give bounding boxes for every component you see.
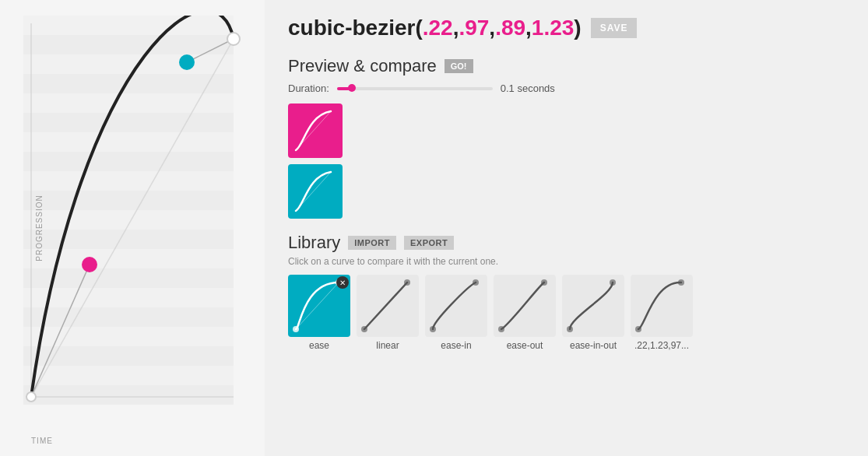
close-ease-button[interactable]: ✕ [336, 276, 349, 289]
save-button[interactable]: SAVE [591, 18, 638, 38]
bezier-curve-canvas[interactable] [23, 16, 249, 420]
preview-boxes [288, 103, 845, 219]
header: cubic-bezier(.22,.97,.89,1.23) SAVE [288, 16, 845, 40]
go-button[interactable]: GO! [445, 59, 473, 73]
formula-display: cubic-bezier(.22,.97,.89,1.23) [288, 16, 582, 40]
svg-point-17 [610, 279, 616, 286]
svg-point-20 [635, 326, 641, 332]
bezier-editor-panel: PROGRESSION TIME [0, 0, 265, 456]
svg-line-10 [364, 282, 407, 329]
curve-item-linear[interactable]: linear [357, 275, 419, 351]
slider-thumb[interactable] [348, 84, 356, 92]
curve-label-ease-in-out: ease-in-out [570, 340, 617, 351]
x-axis-label: TIME [31, 437, 53, 445]
preview-box-pink [288, 103, 343, 158]
svg-point-9 [293, 326, 299, 332]
curve-thumb-ease-out[interactable] [494, 275, 556, 337]
right-panel: cubic-bezier(.22,.97,.89,1.23) SAVE Prev… [265, 0, 868, 456]
duration-slider[interactable] [337, 86, 493, 91]
formula-comma3: , [525, 16, 532, 40]
svg-line-5 [296, 111, 331, 150]
svg-line-3 [31, 265, 90, 397]
library-hint: Click on a curve to compare it with the … [288, 256, 845, 267]
control-point-1[interactable] [82, 257, 97, 272]
formula-comma2: , [489, 16, 495, 40]
curve-thumb-linear[interactable] [357, 275, 419, 337]
duration-row: Duration: 0.1 seconds [288, 82, 845, 94]
duration-label: Duration: [288, 82, 329, 94]
formula-p4: 1.23 [532, 16, 575, 40]
library-title-text: Library [288, 233, 340, 253]
svg-point-19 [678, 279, 684, 286]
curve-label-ease-out: ease-out [507, 340, 543, 351]
slider-track [337, 87, 493, 90]
curve-item-custom[interactable]: .22,1.23,97... [631, 275, 693, 351]
curve-item-ease-out[interactable]: ease-out [494, 275, 556, 351]
curve-label-ease-in: ease-in [441, 340, 471, 351]
curve-label-ease: ease [309, 340, 329, 351]
curve-item-ease[interactable]: ✕ ease [288, 275, 350, 351]
svg-point-12 [361, 326, 367, 332]
curve-thumb-ease-in-out[interactable] [562, 275, 624, 337]
curve-label-linear: linear [376, 340, 399, 351]
end-point[interactable] [227, 33, 240, 45]
library-section-title: Library IMPORT EXPORT [288, 233, 845, 253]
svg-point-13 [473, 279, 479, 286]
preview-title-text: Preview & compare [288, 56, 437, 76]
control-point-2[interactable] [179, 54, 195, 70]
svg-point-11 [404, 279, 410, 286]
svg-point-14 [430, 326, 436, 332]
library-curves: ✕ ease linear [288, 275, 845, 351]
svg-point-18 [567, 326, 573, 332]
curve-thumb-ease[interactable]: ✕ [288, 275, 350, 337]
curve-item-ease-in[interactable]: ease-in [425, 275, 487, 351]
preview-box-teal [288, 164, 343, 219]
curve-thumb-custom[interactable] [631, 275, 693, 337]
export-button[interactable]: EXPORT [404, 236, 454, 250]
svg-line-6 [296, 172, 331, 211]
formula-prefix: cubic-bezier( [288, 16, 423, 40]
formula-p2: .97 [459, 16, 489, 40]
curve-thumb-ease-in[interactable] [425, 275, 487, 337]
curve-label-custom: .22,1.23,97... [634, 340, 689, 351]
svg-point-16 [498, 326, 504, 332]
duration-value: 0.1 seconds [501, 82, 555, 94]
svg-line-2 [31, 39, 234, 397]
formula-p3: .89 [495, 16, 525, 40]
start-point [26, 392, 36, 402]
formula-p1: .22 [423, 16, 453, 40]
svg-point-15 [541, 279, 547, 286]
import-button[interactable]: IMPORT [348, 236, 396, 250]
preview-section-title: Preview & compare GO! [288, 56, 845, 76]
curve-item-ease-in-out[interactable]: ease-in-out [562, 275, 624, 351]
formula-suffix: ) [574, 16, 581, 40]
